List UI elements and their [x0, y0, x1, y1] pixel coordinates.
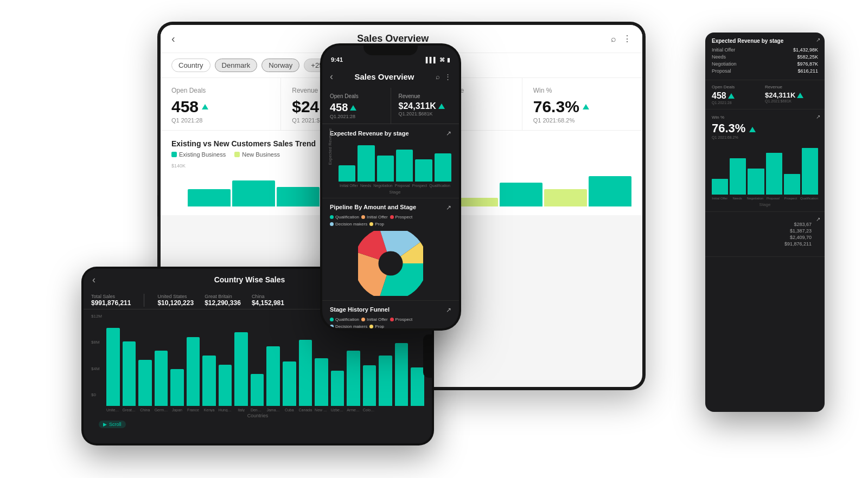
pie-center-hole	[380, 253, 401, 274]
phone-content[interactable]: Open Deals 458 Q1.2021:28 Revenue $24,31…	[322, 88, 459, 328]
china-label: China	[252, 294, 284, 299]
land-bar-11	[266, 346, 280, 406]
panel-value-2: $1,387,23	[718, 228, 812, 234]
land-y-12m: $12M	[91, 314, 102, 319]
panel-initial-offer-value: $1,432,98K	[793, 47, 818, 53]
search-icon[interactable]: ⌕	[611, 34, 616, 44]
land-x-axis-title: Countries	[91, 413, 424, 418]
land-x-labels: United States Great Britain China German…	[91, 408, 424, 412]
land-bar-6	[187, 337, 200, 406]
panel-values: $283,67 $1,387,23 $2,409,70 $91,876,211	[712, 217, 818, 252]
phone-search-icon[interactable]: ⌕	[436, 73, 440, 81]
panel-negotiation-row: Negotiation $976,87K	[712, 61, 818, 67]
gb-label: Great Britain	[205, 294, 241, 299]
more-icon[interactable]: ⋮	[623, 34, 631, 44]
open-deals-trend-icon	[202, 104, 208, 109]
panel-open-deals-value: 458	[712, 91, 765, 101]
phone-screen: 9:41 ▌▌▌ ⌘ ▮ ‹ Sales Overview ⌕ ⋮	[322, 46, 459, 328]
phone-kpi-row: Open Deals 458 Q1.2021:28 Revenue $24,31…	[322, 88, 459, 124]
bar-1	[188, 189, 231, 206]
new-business-label: New Business	[242, 151, 280, 158]
expected-revenue-x-title: Stage	[339, 190, 451, 195]
wifi-icon: ⌘	[439, 57, 445, 63]
x-label-11: Jamaica	[266, 408, 280, 412]
bar-proposal	[396, 150, 413, 182]
phone-more-icon[interactable]: ⋮	[444, 73, 451, 81]
land-bar-7	[202, 356, 216, 406]
panel-revenue-kpi: Revenue $24,311K Q1.2021:$681K	[765, 85, 818, 105]
win-pct-label: Win %	[533, 87, 631, 94]
funnel-legend-decision-makers-dot	[330, 325, 334, 328]
land-bar-9	[234, 332, 248, 406]
bar-qualification	[435, 153, 451, 182]
panel-expand-icon-2[interactable]: ↗	[816, 114, 820, 120]
phone-open-deals: Open Deals 458 Q1.2021:28	[322, 88, 391, 124]
country-filter-tag[interactable]: Country	[171, 59, 210, 72]
land-bar-12	[283, 361, 296, 406]
panel-initial-offer-label: Initial Offer	[712, 47, 735, 53]
stage-history-expand-icon[interactable]: ↗	[446, 306, 451, 314]
denmark-filter-tag[interactable]: Denmark	[215, 59, 258, 72]
phone-title: Sales Overview	[333, 72, 436, 81]
pipeline-legend: Qualification Initial Offer Prospect	[330, 215, 451, 227]
norway-filter-tag[interactable]: Norway	[261, 59, 299, 72]
pipeline-title: Pipeline By Amount and Stage	[330, 204, 416, 211]
landscape-phone-notch	[423, 334, 434, 378]
legend-prop-label: Prop	[375, 222, 384, 227]
panel-bar-chart	[712, 143, 818, 202]
win-pct-sub: Q1 2021:68.2%	[533, 117, 631, 124]
phone-open-deals-sub: Q1.2021:28	[330, 114, 383, 119]
back-icon[interactable]: ‹	[171, 33, 175, 45]
pipeline-expand-icon[interactable]: ↗	[446, 204, 451, 211]
land-bar-17	[363, 365, 376, 406]
phone-header-icons: ⌕ ⋮	[436, 73, 451, 81]
panel-expand-icon-3[interactable]: ↗	[816, 216, 820, 222]
phone-header: ‹ Sales Overview ⌕ ⋮	[322, 65, 459, 88]
stat-divider-1	[144, 294, 144, 307]
panel-open-deals-kpi: Open Deals 458 Q1.2021:28	[712, 85, 765, 105]
win-pct-value: 76.3%	[533, 98, 631, 116]
panel-proposal-row: Proposal $616,211	[712, 68, 818, 74]
bar-prospect	[415, 159, 432, 182]
panel-deals-trend	[728, 93, 735, 99]
panel-value-4: $91,876,211	[718, 241, 812, 247]
x-label-8: Hungary	[219, 408, 232, 412]
panel-x-axis-title: Stage	[712, 202, 818, 207]
funnel-legend-prospect-dot	[390, 318, 394, 321]
tablet-notch	[157, 195, 158, 217]
us-label: United States	[157, 294, 194, 299]
phone-device: 9:41 ▌▌▌ ⌘ ▮ ‹ Sales Overview ⌕ ⋮	[320, 43, 461, 331]
land-bar-5	[170, 369, 184, 406]
panel-revenue-value: $24,311K	[765, 91, 818, 99]
expected-revenue-section: Expected Revenue by stage ↗ Expected Rev…	[322, 124, 459, 198]
panel-win-trend	[749, 127, 756, 132]
panel-needs-row: Needs $582,25K	[712, 54, 818, 60]
land-y-8m: $8M	[91, 340, 102, 345]
legend-initial-offer: Initial Offer	[361, 215, 388, 219]
x-label-12: Cuba	[283, 408, 296, 412]
funnel-legend: Qualification Initial Offer Prospect	[330, 317, 451, 328]
panel-win-info: Win % 76.3% Q1 2021:68.2%	[712, 115, 756, 139]
funnel-legend-initial-offer-dot	[361, 318, 365, 321]
legend-initial-offer-dot	[361, 215, 365, 219]
us-sales-stat: United States $10,120,223	[157, 294, 194, 307]
panel-win-value: 76.3%	[712, 121, 756, 135]
panel-win-header: Win % 76.3% Q1 2021:68.2%	[712, 115, 818, 139]
bar-3	[277, 187, 320, 206]
scroll-label: Scroll	[109, 422, 122, 427]
panel-revenue-sub: Q1.2021:$681K	[765, 99, 818, 103]
expected-revenue-expand-icon[interactable]: ↗	[446, 130, 451, 137]
land-bar-8	[219, 365, 232, 406]
right-panel: ↗ Expected Revenue by stage Initial Offe…	[705, 33, 825, 412]
panel-bar-2	[730, 158, 746, 195]
open-deals-value: 458	[171, 98, 270, 116]
panel-expand-icon-1[interactable]: ↗	[816, 37, 820, 43]
total-sales-stat: Total Sales $991,876,211	[91, 294, 131, 307]
legend-prop: Prop	[369, 222, 384, 227]
legend-qualification-label: Qualification	[335, 215, 359, 219]
legend-prospect-label: Prospect	[395, 215, 413, 219]
us-value: $10,120,223	[157, 299, 194, 307]
pipeline-pie-chart	[358, 231, 423, 296]
scroll-button[interactable]: ▶ Scroll	[99, 421, 126, 428]
land-bar-4	[155, 351, 168, 406]
